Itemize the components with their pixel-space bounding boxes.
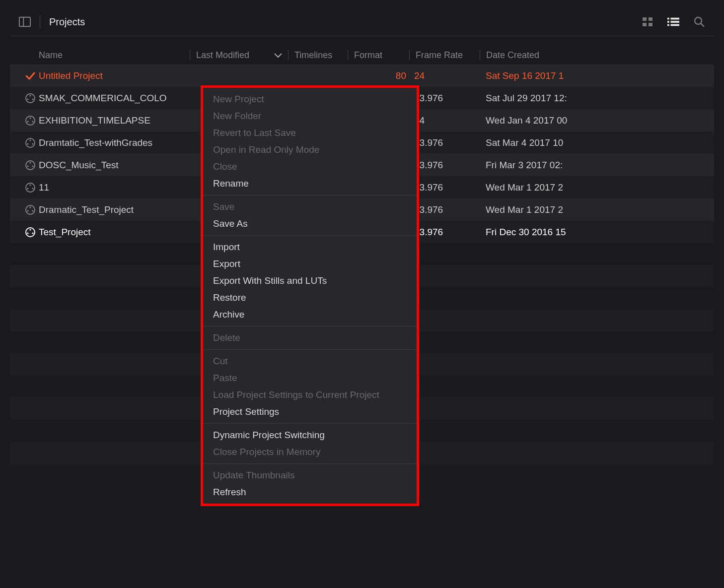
menu-item: Load Project Settings to Current Project xyxy=(203,387,417,403)
project-icon xyxy=(22,160,39,171)
project-frame-rate: 23.976 xyxy=(409,137,480,148)
project-name: Dramtatic_Test-withGrades xyxy=(39,137,190,148)
svg-rect-10 xyxy=(667,24,669,26)
menu-item[interactable]: Save As xyxy=(203,215,417,232)
chevron-down-icon xyxy=(274,53,282,58)
project-icon xyxy=(22,137,39,148)
header-icons xyxy=(642,16,705,28)
menu-item[interactable]: Refresh xyxy=(203,484,417,501)
menu-item[interactable]: Import xyxy=(203,239,417,256)
project-frame-rate: 24 xyxy=(409,115,480,126)
column-timelines[interactable]: Timelines xyxy=(288,50,348,61)
menu-item: Update Thumbnails xyxy=(203,467,417,484)
project-frame-rate: 23.976 xyxy=(409,93,480,104)
svg-line-13 xyxy=(701,23,704,26)
project-date-created: Sat Mar 4 2017 10 xyxy=(480,137,714,148)
svg-point-32 xyxy=(27,188,29,189)
svg-point-17 xyxy=(32,98,34,100)
project-frame-rate: 24 xyxy=(409,70,480,81)
header-divider xyxy=(40,15,40,29)
menu-item[interactable]: Export With Stills and LUTs xyxy=(203,272,417,289)
menu-item: Delete xyxy=(203,329,417,346)
svg-point-36 xyxy=(27,210,29,211)
menu-item: Open in Read Only Mode xyxy=(203,141,417,158)
svg-point-41 xyxy=(32,232,33,234)
menu-item: New Project xyxy=(203,91,417,108)
menu-separator xyxy=(203,235,417,236)
svg-point-35 xyxy=(30,206,31,208)
project-frame-rate: 23.976 xyxy=(409,160,480,171)
svg-rect-9 xyxy=(670,21,679,23)
svg-point-29 xyxy=(32,165,34,167)
svg-point-39 xyxy=(29,229,31,230)
menu-item: Cut xyxy=(203,353,417,370)
project-name: Dramatic_Test_Project xyxy=(39,204,190,215)
svg-point-31 xyxy=(30,184,31,186)
svg-rect-4 xyxy=(643,23,647,26)
project-name: DOSC_Music_Test xyxy=(39,160,190,171)
menu-item[interactable]: Dynamic Project Switching xyxy=(203,427,417,444)
svg-rect-5 xyxy=(649,23,652,26)
svg-rect-2 xyxy=(643,17,647,21)
project-date-created: Wed Mar 1 2017 2 xyxy=(480,182,714,193)
project-icon xyxy=(22,93,39,104)
project-name: EXHIBITION_TIMELAPSE xyxy=(39,115,190,126)
menu-item: Close Projects in Memory xyxy=(203,444,417,460)
menu-item: Revert to Last Save xyxy=(203,125,417,141)
menu-item[interactable]: Project Settings xyxy=(203,403,417,420)
project-row[interactable]: Untitled Project8024Sat Sep 16 2017 1 xyxy=(10,65,714,87)
svg-point-21 xyxy=(32,121,34,122)
svg-point-37 xyxy=(32,210,34,211)
project-date-created: Wed Mar 1 2017 2 xyxy=(480,204,714,215)
svg-point-15 xyxy=(30,95,31,96)
svg-rect-7 xyxy=(670,18,679,20)
project-date-created: Sat Sep 16 2017 1 xyxy=(480,70,714,81)
columns-header: Name Last Modified Timelines Format Fram… xyxy=(10,36,714,65)
project-date-created: Sat Jul 29 2017 12: xyxy=(480,93,714,104)
menu-separator xyxy=(203,349,417,350)
svg-point-19 xyxy=(30,117,31,119)
sidebar-toggle-icon[interactable] xyxy=(19,16,31,28)
svg-point-20 xyxy=(27,121,29,122)
svg-rect-11 xyxy=(670,24,679,26)
search-icon[interactable] xyxy=(693,16,705,28)
project-name: Test_Project xyxy=(39,227,190,238)
project-frame-rate: 23.976 xyxy=(409,204,480,215)
column-format[interactable]: Format xyxy=(348,50,409,61)
svg-rect-8 xyxy=(667,21,669,23)
svg-rect-3 xyxy=(649,17,652,21)
svg-point-33 xyxy=(32,188,34,189)
project-frame-rate: 23.976 xyxy=(409,182,480,193)
menu-item: Paste xyxy=(203,370,417,387)
column-last-modified[interactable]: Last Modified xyxy=(190,50,288,61)
column-last-modified-label: Last Modified xyxy=(196,50,249,61)
menu-item[interactable]: Archive xyxy=(203,306,417,323)
header-left: Projects xyxy=(19,15,85,29)
grid-view-icon[interactable] xyxy=(642,16,653,28)
header: Projects xyxy=(10,10,714,36)
svg-point-40 xyxy=(27,232,28,234)
svg-point-23 xyxy=(30,139,31,141)
menu-item: Save xyxy=(203,198,417,215)
check-icon xyxy=(22,70,39,81)
context-menu: New ProjectNew FolderRevert to Last Save… xyxy=(201,85,419,506)
column-date-created[interactable]: Date Created xyxy=(480,50,714,61)
project-frame-rate: 23.976 xyxy=(409,227,480,238)
project-name: Untitled Project xyxy=(39,70,190,81)
project-format: 80 xyxy=(348,70,409,81)
menu-item[interactable]: Restore xyxy=(203,289,417,306)
svg-point-27 xyxy=(30,162,31,163)
menu-item[interactable]: Export xyxy=(203,256,417,272)
project-name: SMAK_COMMERICAL_COLO xyxy=(39,93,190,104)
project-name: 11 xyxy=(39,182,190,193)
project-date-created: Fri Dec 30 2016 15 xyxy=(480,227,714,238)
column-frame-rate[interactable]: Frame Rate xyxy=(409,50,480,61)
menu-item: Close xyxy=(203,158,417,175)
page-title: Projects xyxy=(49,16,85,28)
menu-separator xyxy=(203,326,417,327)
svg-point-25 xyxy=(32,143,34,144)
menu-item[interactable]: Rename xyxy=(203,175,417,192)
column-name[interactable]: Name xyxy=(39,50,190,61)
list-view-icon[interactable] xyxy=(667,16,679,28)
menu-separator xyxy=(203,463,417,464)
